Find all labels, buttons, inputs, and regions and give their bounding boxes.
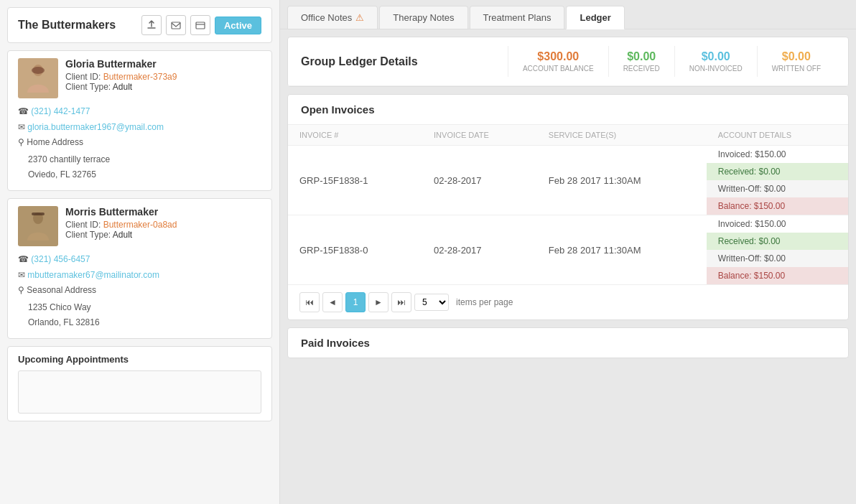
invoice-num-2: GRP-15F1838-0 xyxy=(288,215,422,285)
page-first-btn[interactable]: ⏮ xyxy=(299,292,320,312)
client-card-gloria: Gloria Buttermaker Client ID: Buttermake… xyxy=(7,50,272,191)
stat-amount-received: $0.00 xyxy=(623,50,660,63)
invoiced-2: Invoiced: $150.00 xyxy=(707,215,848,233)
tab-therapy-notes-label: Therapy Notes xyxy=(393,12,454,23)
page-prev-btn[interactable]: ◄ xyxy=(322,292,343,312)
svg-rect-8 xyxy=(32,213,45,215)
ledger-header: Group Ledger Details $300.00 ACCOUNT BAL… xyxy=(288,37,848,86)
pagination: ⏮ ◄ 1 ► ⏭ 5 10 25 items per page xyxy=(288,285,848,319)
client-id-gloria[interactable]: Buttermaker-373a9 xyxy=(103,72,177,82)
invoice-date-2: 02-28-2017 xyxy=(422,215,537,285)
tabs-bar: Office Notes ⚠ Therapy Notes Treatment P… xyxy=(280,0,856,29)
tab-treatment-plans-label: Treatment Plans xyxy=(483,12,552,23)
main-content: Office Notes ⚠ Therapy Notes Treatment P… xyxy=(280,0,856,504)
phone-morris[interactable]: (321) 456-6457 xyxy=(31,254,90,264)
account-details-list-1: Invoiced: $150.00 Received: $0.00 Writte… xyxy=(707,146,848,215)
appointments-box xyxy=(18,370,261,414)
invoice-row-1: GRP-15F1838-1 02-28-2017 Feb 28 2017 11:… xyxy=(288,146,848,215)
tab-content: Group Ledger Details $300.00 ACCOUNT BAL… xyxy=(280,29,856,504)
col-invoice-num: INVOICE # xyxy=(288,125,422,146)
col-account-details: ACCOUNT DETAILS xyxy=(707,125,848,146)
ledger-details-card: Group Ledger Details $300.00 ACCOUNT BAL… xyxy=(287,37,849,87)
stat-label-non-invoiced: NON-INVOICED xyxy=(689,65,743,73)
written-off-1: Written-Off: $0.00 xyxy=(707,180,848,197)
group-actions: Active xyxy=(141,15,261,35)
balance-1: Balance: $150.00 xyxy=(707,197,848,215)
ledger-title: Group Ledger Details xyxy=(301,55,508,68)
client-id-morris[interactable]: Buttermaker-0a8ad xyxy=(103,220,177,230)
received-2: Received: $0.00 xyxy=(707,233,848,250)
client-type-morris: Client Type: Adult xyxy=(65,230,177,240)
svg-rect-0 xyxy=(172,22,180,29)
upcoming-appointments: Upcoming Appointments xyxy=(7,346,272,421)
client-card-morris: Morris Buttermaker Client ID: Buttermake… xyxy=(7,198,272,339)
stat-label-balance: ACCOUNT BALANCE xyxy=(523,65,594,73)
email-icon-btn[interactable] xyxy=(166,15,186,35)
card-icon-btn[interactable] xyxy=(190,15,210,35)
client-contact-gloria: (321) 442-1477 gloria.buttermaker1967@ym… xyxy=(18,104,261,183)
invoice-date-1: 02-28-2017 xyxy=(422,146,537,215)
service-dates-1: Feb 28 2017 11:30AM xyxy=(537,146,707,215)
balance-2: Balance: $150.00 xyxy=(707,267,848,284)
items-per-page-label: items per page xyxy=(456,297,513,307)
stat-amount-written-off: $0.00 xyxy=(772,50,821,63)
stat-label-written-off: WRITTEN OFF xyxy=(772,65,821,73)
open-invoices-card: Open Invoices INVOICE # INVOICE DATE SER… xyxy=(287,94,849,320)
paid-invoices-card: Paid Invoices xyxy=(287,327,849,358)
appointments-title: Upcoming Appointments xyxy=(18,354,261,365)
stat-label-received: RECEIVED xyxy=(623,65,660,73)
stat-written-off: $0.00 WRITTEN OFF xyxy=(757,46,835,77)
tab-ledger-label: Ledger xyxy=(580,12,610,23)
email-morris[interactable]: mbutteramaker67@mailinator.com xyxy=(27,270,159,280)
sidebar: The Buttermakers Active xyxy=(0,0,280,504)
invoice-num-1: GRP-15F1838-1 xyxy=(288,146,422,215)
client-contact-morris: (321) 456-6457 mbutteramaker67@mailinato… xyxy=(18,252,261,331)
stat-amount-balance: $300.00 xyxy=(523,50,594,63)
address-gloria: 2370 chantilly terrace Oviedo, FL 32765 xyxy=(18,152,261,183)
service-dates-2: Feb 28 2017 11:30AM xyxy=(537,215,707,285)
invoices-table-header: INVOICE # INVOICE DATE SERVICE DATE(S) A… xyxy=(288,125,848,146)
office-notes-warning-icon: ⚠ xyxy=(355,12,364,23)
written-off-2: Written-Off: $0.00 xyxy=(707,250,848,267)
svg-rect-1 xyxy=(196,22,205,29)
card-icon xyxy=(195,22,205,29)
invoices-table: INVOICE # INVOICE DATE SERVICE DATE(S) A… xyxy=(288,125,848,285)
client-name-gloria: Gloria Buttermaker xyxy=(65,58,177,70)
col-service-dates: SERVICE DATE(S) xyxy=(537,125,707,146)
tab-therapy-notes[interactable]: Therapy Notes xyxy=(379,6,467,29)
group-title: The Buttermakers xyxy=(18,19,116,32)
account-details-2: Invoiced: $150.00 Received: $0.00 Writte… xyxy=(707,215,848,285)
received-1: Received: $0.00 xyxy=(707,163,848,180)
col-invoice-date: INVOICE DATE xyxy=(422,125,537,146)
address-type-gloria: Home Address xyxy=(27,137,83,147)
tab-office-notes-label: Office Notes xyxy=(301,12,352,23)
group-header: The Buttermakers Active xyxy=(7,7,272,43)
stat-non-invoiced: $0.00 NON-INVOICED xyxy=(674,46,757,77)
tab-treatment-plans[interactable]: Treatment Plans xyxy=(470,6,565,29)
tab-office-notes[interactable]: Office Notes ⚠ xyxy=(287,6,378,29)
upload-icon-btn[interactable] xyxy=(141,15,162,35)
active-button[interactable]: Active xyxy=(215,17,261,34)
page-next-btn[interactable]: ► xyxy=(368,292,389,312)
client-name-morris: Morris Buttermaker xyxy=(65,206,177,218)
items-per-page-select[interactable]: 5 10 25 xyxy=(414,294,449,311)
account-details-list-2: Invoiced: $150.00 Received: $0.00 Writte… xyxy=(707,215,848,284)
stat-account-balance: $300.00 ACCOUNT BALANCE xyxy=(508,46,608,77)
ledger-stats: $300.00 ACCOUNT BALANCE $0.00 RECEIVED $… xyxy=(508,46,835,77)
client-type-gloria: Client Type: Adult xyxy=(65,82,177,92)
invoiced-1: Invoiced: $150.00 xyxy=(707,146,848,163)
account-details-1: Invoiced: $150.00 Received: $0.00 Writte… xyxy=(707,146,848,215)
page-last-btn[interactable]: ⏭ xyxy=(391,292,411,312)
stat-received: $0.00 RECEIVED xyxy=(608,46,674,77)
page-1-btn[interactable]: 1 xyxy=(345,292,366,312)
stat-amount-non-invoiced: $0.00 xyxy=(689,50,743,63)
address-type-morris: Seasonal Address xyxy=(27,285,96,295)
svg-point-5 xyxy=(32,67,45,74)
tab-ledger[interactable]: Ledger xyxy=(566,6,624,29)
address-morris: 1235 Chico Way Orlando, FL 32816 xyxy=(18,300,261,331)
open-invoices-title: Open Invoices xyxy=(288,95,848,125)
upload-icon xyxy=(146,20,157,30)
email-icon xyxy=(171,22,181,29)
phone-gloria[interactable]: (321) 442-1477 xyxy=(31,106,90,116)
email-gloria[interactable]: gloria.buttermaker1967@ymail.com xyxy=(27,122,164,132)
